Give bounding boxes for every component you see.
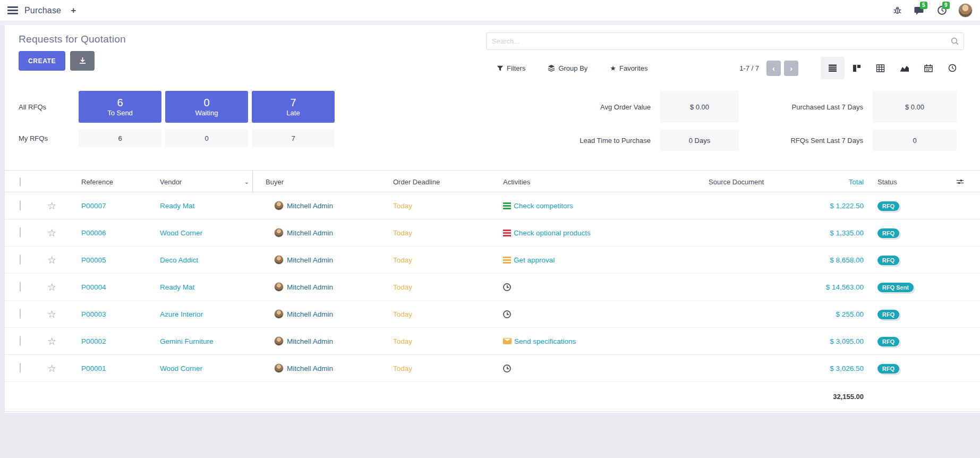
messages-icon[interactable]: 5 [914,5,925,16]
search-input[interactable] [486,32,964,50]
create-button[interactable]: CREATE [19,51,65,71]
vendor-name[interactable]: Deco Addict [156,256,253,264]
favorite-star-icon[interactable]: ☆ [47,282,77,292]
row-checkbox[interactable] [20,282,21,292]
column-vendor[interactable]: Vendor ⌄ [156,171,253,193]
area-chart-icon [900,64,909,72]
my-waiting-cell[interactable]: 0 [165,129,248,147]
vendor-name[interactable]: Wood Corner [156,364,253,372]
activities-clock-icon[interactable]: 9 [936,5,948,16]
activity-cell[interactable] [493,364,683,372]
column-order-deadline[interactable]: Order Deadline [381,178,493,186]
column-buyer[interactable]: Buyer [253,178,381,186]
table-row[interactable]: ☆ P00002 Gemini Furniture Mitchell Admin… [5,328,980,355]
calendar-view-button[interactable] [916,57,940,79]
buyer-cell[interactable]: Mitchell Admin [253,228,381,238]
user-avatar[interactable] [958,3,973,18]
buyer-cell[interactable]: Mitchell Admin [253,282,381,292]
favorite-star-icon[interactable]: ☆ [47,228,77,238]
optional-columns-button[interactable] [938,178,980,185]
export-button[interactable] [70,51,95,71]
pivot-view-button[interactable] [868,57,892,79]
waiting-card[interactable]: 0Waiting [165,91,248,123]
vendor-name[interactable]: Ready Mat [156,283,253,291]
activity-label[interactable]: Send specifications [514,337,576,345]
my-to-send-cell[interactable]: 6 [79,129,161,147]
sliders-icon [956,178,964,185]
select-all-checkbox[interactable] [20,177,21,186]
column-activities[interactable]: Activities [493,178,683,186]
row-checkbox[interactable] [20,363,21,373]
buyer-cell[interactable]: Mitchell Admin [253,309,381,319]
table-row[interactable]: ☆ P00004 Ready Mat Mitchell Admin Today … [5,274,980,301]
pager-next-button[interactable]: › [784,61,798,76]
row-checkbox[interactable] [20,336,21,346]
vendor-name[interactable]: Gemini Furniture [156,337,253,345]
clock-icon [503,364,511,372]
my-late-cell[interactable]: 7 [252,129,335,147]
favorite-star-icon[interactable]: ☆ [47,336,77,346]
activity-cell[interactable] [493,283,683,291]
group-by-button[interactable]: Group By [548,64,587,72]
activity-cell[interactable]: Check optional products [493,229,683,237]
table-row[interactable]: ☆ P00006 Wood Corner Mitchell Admin Toda… [5,219,980,247]
table-row[interactable]: ☆ P00003 Azure Interior Mitchell Admin T… [5,301,980,328]
apps-menu-icon[interactable] [7,6,18,14]
buyer-cell[interactable]: Mitchell Admin [253,336,381,346]
avg-order-value: $ 0.00 [660,91,739,123]
activity-cell[interactable]: Get approval [493,256,683,264]
activity-label[interactable]: Check competitors [514,202,573,210]
list-view-button[interactable] [821,57,845,79]
row-checkbox[interactable] [20,309,21,319]
kanban-view-button[interactable] [845,57,868,79]
app-name[interactable]: Purchase [24,6,61,15]
reference-link[interactable]: P00004 [77,283,156,291]
rfq-table-body: ☆ P00007 Ready Mat Mitchell Admin Today … [5,192,980,382]
favorite-star-icon[interactable]: ☆ [47,255,77,265]
favorite-star-icon[interactable]: ☆ [47,309,77,319]
table-row[interactable]: ☆ P00001 Wood Corner Mitchell Admin Toda… [5,355,980,382]
total-amount: $ 3,026.50 [796,364,864,372]
reference-link[interactable]: P00001 [77,364,156,372]
debug-bug-icon[interactable] [891,5,903,16]
to-send-card[interactable]: 6To Send [79,91,161,123]
reference-link[interactable]: P00005 [77,256,156,264]
total-amount: $ 1,335.00 [796,229,864,237]
filters-button[interactable]: Filters [497,64,525,72]
table-row[interactable]: ☆ P00007 Ready Mat Mitchell Admin Today … [5,192,980,219]
buyer-cell[interactable]: Mitchell Admin [253,201,381,210]
activity-cell[interactable] [493,310,683,318]
search-icon[interactable] [950,37,959,46]
favorites-button[interactable]: ★ Favorites [610,64,647,72]
reference-link[interactable]: P00006 [77,229,156,237]
row-checkbox[interactable] [20,227,21,238]
column-reference[interactable]: Reference [77,178,156,186]
activity-cell[interactable]: Check competitors [493,202,683,210]
buyer-cell[interactable]: Mitchell Admin [253,363,381,373]
activity-label[interactable]: Get approval [514,256,555,264]
new-tab-button[interactable]: + [71,5,76,16]
vendor-name[interactable]: Wood Corner [156,229,253,237]
table-row[interactable]: ☆ P00005 Deco Addict Mitchell Admin Toda… [5,247,980,274]
reference-link[interactable]: P00003 [77,310,156,318]
column-source-document[interactable]: Source Document [683,178,796,186]
row-checkbox[interactable] [20,255,21,265]
buyer-avatar [274,282,284,292]
activity-view-button[interactable] [940,57,964,79]
vendor-name[interactable]: Azure Interior [156,310,253,318]
vendor-name[interactable]: Ready Mat [156,202,253,210]
buyer-cell[interactable]: Mitchell Admin [253,255,381,265]
column-status[interactable]: Status [864,178,938,186]
activity-cell[interactable]: Send specifications [493,337,683,345]
reference-link[interactable]: P00002 [77,337,156,345]
pager-previous-button[interactable]: ‹ [766,61,781,76]
activity-label[interactable]: Check optional products [514,229,591,237]
graph-view-button[interactable] [892,57,916,79]
kanban-icon [853,64,861,72]
column-total[interactable]: Total [796,178,864,186]
favorite-star-icon[interactable]: ☆ [47,201,77,211]
reference-link[interactable]: P00007 [77,202,156,210]
late-card[interactable]: 7Late [252,91,335,123]
row-checkbox[interactable] [20,200,21,210]
favorite-star-icon[interactable]: ☆ [47,363,77,374]
